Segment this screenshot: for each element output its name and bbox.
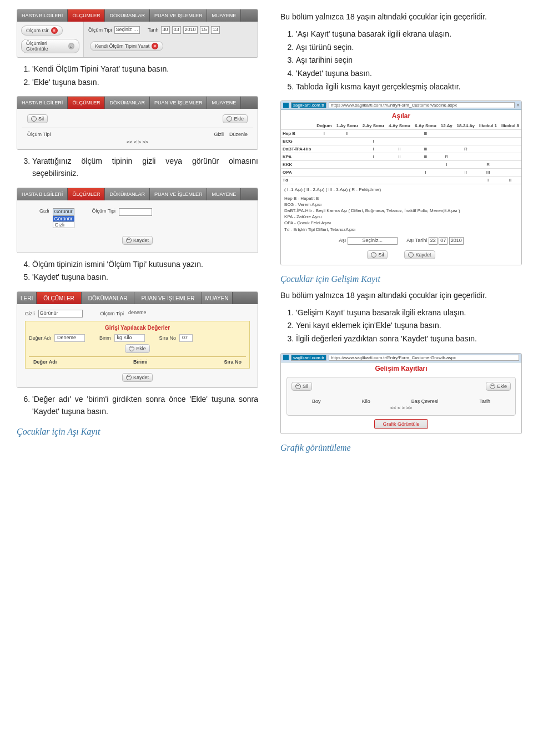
fld-deger[interactable]: Deneme: [54, 334, 85, 342]
btn-kaydet[interactable]: Kaydet: [122, 236, 153, 245]
side-olcum-goruntule[interactable]: Ölçümleri Görüntüle⌕: [21, 39, 79, 53]
tab[interactable]: HASTA BİLGİLERİ: [17, 97, 68, 109]
asi-date-m[interactable]: 07: [439, 237, 447, 245]
cell: [314, 161, 334, 169]
select-asi[interactable]: Seçiniz...: [348, 237, 398, 245]
cell: [314, 153, 334, 161]
asi-step-5: Tabloda ilgili kısma kayıt gerçekleşmiş …: [296, 81, 522, 93]
fld-birim[interactable]: kg Kilo: [114, 334, 145, 342]
side-olcum-gir[interactable]: Ölçüm Gir×: [21, 26, 63, 36]
tab-olcumler[interactable]: ÖLÇÜMLER: [68, 9, 105, 22]
btn-sil[interactable]: Sil: [291, 382, 312, 391]
cell: I: [477, 177, 499, 184]
tab[interactable]: ÖLÇÜMLER: [68, 188, 105, 200]
tab[interactable]: DÖKÜMANLAR: [82, 292, 135, 304]
url-field[interactable]: https://www.saglikarti.com.tr/Entry/Form…: [329, 355, 519, 361]
cell: [477, 153, 499, 161]
asilar-col: 18-24.Ay: [454, 122, 477, 130]
cell: [454, 161, 477, 169]
asilar-col: 4.Ay Sonu: [386, 122, 413, 130]
date-day[interactable]: 30: [161, 26, 170, 34]
asilar-col: İlkokul 8: [499, 122, 521, 130]
tab[interactable]: HASTA BİLGİLERİ: [17, 188, 68, 200]
cell: I: [439, 161, 454, 169]
label-tarih: Tarih: [148, 27, 159, 33]
label: Ölçümleri Görüntüle: [26, 41, 66, 52]
cell: I: [360, 138, 386, 145]
asi-date-y[interactable]: 2010: [449, 237, 464, 245]
cell: [360, 169, 386, 177]
cell: [386, 138, 413, 145]
cell: [413, 177, 439, 184]
opt-gorunur[interactable]: Görünür: [53, 216, 74, 221]
cell: [439, 177, 454, 184]
btn-sil[interactable]: Sil: [367, 250, 388, 259]
gelisim-columns: Boy Kilo Baş Çevresi Tarih: [291, 399, 511, 404]
fld-sira[interactable]: 07: [179, 334, 193, 342]
h-sira: Sıra No: [224, 359, 242, 365]
row-name: Hep B: [281, 130, 314, 138]
tab[interactable]: DÖKÜMANLAR: [105, 188, 150, 200]
tab[interactable]: ÖLÇÜMLER: [37, 292, 82, 304]
site-icon: [283, 103, 289, 108]
input-olcum-tipi[interactable]: [119, 208, 152, 216]
lbl-deger: Değer Adı: [29, 335, 51, 341]
cell: [477, 130, 499, 138]
select-gizli[interactable]: Görünür: [38, 310, 83, 317]
ok-icon: [126, 238, 132, 243]
tab[interactable]: LERİ: [17, 292, 37, 304]
gelisim-title: Gelişim Kayıtları: [281, 362, 521, 375]
tab[interactable]: MUAYENE: [207, 97, 241, 109]
btn-kaydet[interactable]: Kaydet: [404, 250, 435, 259]
btn-ekle[interactable]: Ekle: [223, 114, 248, 123]
label: Ekle: [234, 116, 244, 122]
cell: [386, 169, 413, 177]
label: Ölçüm Gir: [26, 28, 49, 33]
opt-gizli[interactable]: Gizli: [53, 221, 74, 228]
asilar-row: OPAIIIIII: [281, 169, 521, 177]
btn-sil[interactable]: Sil: [27, 114, 48, 123]
select-gizli[interactable]: Görünür: [53, 208, 74, 216]
url-field[interactable]: https://www.saglikarti.com.tr/Entry/Form…: [329, 102, 515, 108]
tab[interactable]: ÖLÇÜMLER: [68, 97, 105, 109]
tab-muayene[interactable]: MUAYENE: [207, 9, 241, 22]
date-hh[interactable]: 15: [200, 26, 209, 34]
tab[interactable]: PUAN VE İŞLEMLER: [150, 188, 208, 200]
ok-icon: [408, 252, 414, 258]
screenshot-olcum-2: HASTA BİLGİLERİ ÖLÇÜMLER DÖKÜMANLAR PUAN…: [17, 96, 258, 150]
dropdown-icon[interactable]: ▾: [517, 103, 519, 108]
h-deger: Değer Adı: [33, 359, 57, 365]
tab[interactable]: PUAN VE İŞLEMLER: [150, 97, 208, 109]
col-olcum-tipi: Ölçüm Tipi: [27, 132, 51, 137]
asilar-row: TdIII: [281, 177, 521, 184]
tab[interactable]: DÖKÜMANLAR: [105, 97, 150, 109]
date-year[interactable]: 2010: [183, 26, 198, 34]
btn-kaydet[interactable]: Kaydet: [122, 373, 153, 382]
tab[interactable]: MUAYENE: [207, 188, 241, 200]
btn-ekle[interactable]: Ekle: [125, 344, 150, 353]
steps-4-5: Ölçüm tipinizin ismini 'Ölçüm Tipi' kutu…: [17, 259, 258, 284]
label: Kaydet: [415, 252, 431, 258]
pager[interactable]: << < > >>: [291, 405, 511, 411]
btn-ekle[interactable]: Ekle: [486, 382, 511, 391]
tab[interactable]: MUAYEN: [202, 292, 233, 304]
asilar-row: Hep BIIIIII: [281, 130, 521, 138]
tab[interactable]: PUAN VE İŞLEMLER: [134, 292, 202, 304]
btn-grafik-goruntule[interactable]: Grafik Görüntüle: [374, 419, 428, 429]
pager[interactable]: << < > >>: [22, 139, 253, 145]
cell: [314, 169, 334, 177]
select-olcum-tipi[interactable]: Seçiniz …: [114, 26, 140, 34]
close-icon: ×: [51, 27, 58, 34]
date-month[interactable]: 03: [172, 26, 181, 34]
asilar-table: Doğum1.Ay Sonu2.Ay Sonu4.Ay Sonu6.Ay Son…: [281, 122, 521, 184]
view-icon: ⌕: [68, 43, 74, 49]
gelisim-step-1: 'Gelişim Kayıt' tuşuna basarak ilgili ek…: [296, 307, 522, 319]
btn-kendi-olcum-yarat[interactable]: Kendi Ölçüm Tipini Yarat×: [90, 41, 163, 51]
tab-puan[interactable]: PUAN VE İŞLEMLER: [150, 9, 208, 22]
intro-gelisim: Bu bölüm yalnızca 18 yaşın altındaki çoc…: [280, 290, 522, 301]
label: Kaydet: [133, 238, 149, 243]
date-mm[interactable]: 13: [211, 26, 220, 34]
tab-dokumanlar[interactable]: DÖKÜMANLAR: [105, 9, 150, 22]
tab-hasta[interactable]: HASTA BİLGİLERİ: [17, 9, 68, 22]
asi-date-d[interactable]: 22: [429, 237, 438, 245]
